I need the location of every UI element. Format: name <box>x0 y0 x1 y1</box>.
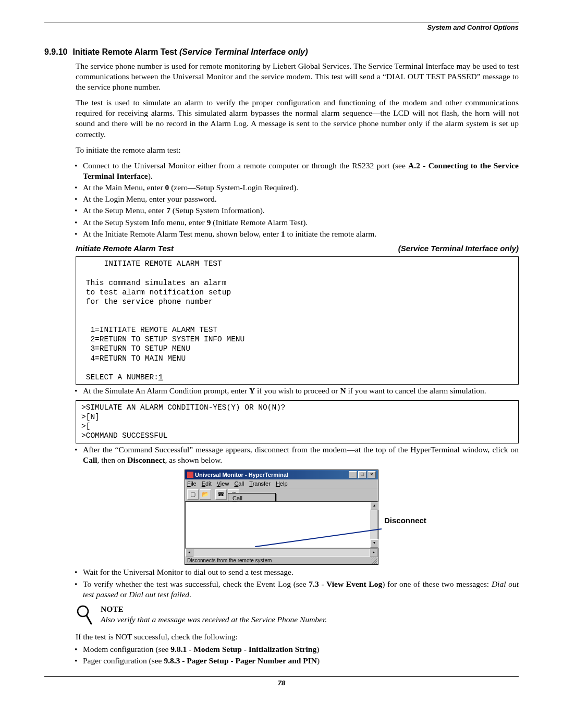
magnifying-glass-icon <box>76 604 93 630</box>
paragraph-2: The test is used to simulate an alarm to… <box>76 97 519 140</box>
vertical-scrollbar[interactable]: ▴ ▾ <box>370 502 377 548</box>
step-text: Pager configuration (see <box>83 656 164 665</box>
window-title: Universal Monitor - HyperTerminal <box>195 471 288 478</box>
step-text: At the Initiate Remote Alarm Test menu, … <box>83 229 281 238</box>
code-line: 4=RETURN TO MAIN MENU <box>81 354 186 363</box>
code-line: INITIATE REMOTE ALARM TEST <box>81 260 222 268</box>
code-prompt: SELECT A NUMBER: <box>81 373 158 381</box>
note-block: NOTE Also verify that a message was rece… <box>76 604 519 630</box>
step-bold: Disconnect <box>127 455 165 464</box>
code-line: 2=RETURN TO SETUP SYSTEM INFO MENU <box>81 335 244 343</box>
scroll-right-icon[interactable]: ▸ <box>370 549 378 557</box>
step-bold: 7 <box>166 206 170 215</box>
resize-grip-icon[interactable] <box>371 558 377 564</box>
fail-list: Modem configuration (see 9.8.1 - Modem S… <box>75 644 519 666</box>
menu-edit[interactable]: Edit <box>202 480 212 487</box>
steps-list-3: After the “Command Successful” message a… <box>75 445 519 465</box>
section-title-plain: Initiate Remote Alarm Test <box>72 47 177 56</box>
code-line: 3=RETURN TO SETUP MENU <box>81 344 190 353</box>
code-line: 1=INITIATE REMOTE ALARM TEST <box>81 326 217 334</box>
step-text: At the Setup System Info menu, enter <box>83 218 207 227</box>
code-line: >[ <box>81 422 90 430</box>
section-title-italic: (Service Terminal Interface only) <box>179 47 308 56</box>
step-text: (Setup System Information). <box>170 206 265 215</box>
maximize-button[interactable]: □ <box>358 471 366 478</box>
steps-list: Connect to the Universal Monitor either … <box>75 161 519 239</box>
step-text: (zero—Setup System-Login Required). <box>169 183 298 192</box>
section-number: 9.9.10 <box>44 47 67 58</box>
step-text: At the Main Menu, enter <box>83 183 165 192</box>
step-text: . <box>189 590 191 599</box>
code-input-value: 1 <box>158 373 163 381</box>
menu-transfer[interactable]: Transfer <box>249 480 271 487</box>
step-text: if you wish to proceed or <box>255 386 340 395</box>
code-line: >[N] <box>81 413 100 421</box>
toolbar-call-icon[interactable]: ☎ <box>215 489 227 500</box>
window-titlebar[interactable]: Universal Monitor - HyperTerminal _ □ × <box>185 470 378 479</box>
steps-list-2: At the Simulate An Alarm Condition promp… <box>75 386 519 396</box>
code-line: >COMMAND SUCCESSFUL <box>81 431 167 440</box>
step-item: At the Login Menu, enter your password. <box>75 194 519 204</box>
step-text: At the Login Menu, enter your password. <box>83 194 217 203</box>
code-line: >SIMULATE AN ALARM CONDITION-YES(Y) OR N… <box>81 403 286 412</box>
step-italic: Dial out test failed <box>129 590 189 599</box>
minimize-button[interactable]: _ <box>349 471 357 478</box>
step-bold: 7.3 - View Event Log <box>309 579 382 588</box>
fail-intro: If the test is NOT successful, check the… <box>76 632 519 642</box>
step-text: Connect to the Universal Monitor either … <box>83 161 408 170</box>
toolbar-new-icon[interactable]: ▢ <box>187 489 199 500</box>
menu-bar: File Edit View Call Transfer Help <box>185 479 378 488</box>
note-heading: NOTE <box>101 604 327 614</box>
step-text: ) for one of these two messages: <box>382 579 492 588</box>
step-bold: 1 <box>281 229 285 238</box>
menu-file[interactable]: File <box>187 480 197 487</box>
close-button[interactable]: × <box>368 471 376 478</box>
section-heading: 9.9.10 Initiate Remote Alarm Test (Servi… <box>44 47 519 58</box>
scroll-left-icon[interactable]: ◂ <box>185 549 193 557</box>
step-text: , then on <box>97 455 128 464</box>
fail-item: Modem configuration (see 9.8.1 - Modem S… <box>75 644 519 655</box>
code-subheading-left: Initiate Remote Alarm Test <box>76 243 174 254</box>
step-item: After the “Command Successful” message a… <box>75 445 519 465</box>
step-text: (Initiate Remote Alarm Test). <box>211 218 308 227</box>
svg-line-1 <box>87 615 91 624</box>
step-text: After the “Command Successful” message a… <box>83 445 519 454</box>
step-item: Wait for the Universal Monitor to dial o… <box>75 567 519 577</box>
note-text: Also verify that a message was received … <box>101 614 327 625</box>
terminal-output-2: >SIMULATE AN ALARM CONDITION-YES(Y) OR N… <box>76 400 519 443</box>
callout-label: Disconnect <box>384 515 426 526</box>
page-number: 78 <box>44 679 519 688</box>
code-line: to test alarm notification setup <box>81 288 231 297</box>
menu-help[interactable]: Help <box>276 480 288 487</box>
step-item: At the Initiate Remote Alarm Test menu, … <box>75 229 519 239</box>
terminal-output-1: INITIATE REMOTE ALARM TEST This command … <box>76 256 519 385</box>
step-bold: Y <box>249 386 255 395</box>
step-bold: Call <box>83 455 97 464</box>
step-item: At the Setup Menu, enter 7 (Setup System… <box>75 205 519 216</box>
running-head: System and Control Options <box>44 23 519 32</box>
toolbar-open-icon[interactable]: 📂 <box>200 489 211 500</box>
horizontal-scrollbar[interactable]: ◂ ▸ <box>185 548 378 556</box>
hyperterminal-screenshot: Universal Monitor - HyperTerminal _ □ × … <box>44 470 519 565</box>
fail-item: Pager configuration (see 9.8.3 - Pager S… <box>75 656 519 666</box>
menu-view[interactable]: View <box>217 480 229 487</box>
step-item: To verify whether the test was successfu… <box>75 579 519 600</box>
step-text: ) <box>317 656 320 665</box>
step-bold: 9.8.1 - Modem Setup - Initialization Str… <box>170 645 316 653</box>
step-text: ). <box>148 171 153 180</box>
section-title: Initiate Remote Alarm Test (Service Term… <box>72 47 308 58</box>
status-bar: Disconnects from the remote system <box>185 556 378 564</box>
paragraph-3: To initiate the remote alarm test: <box>76 145 519 155</box>
scroll-down-icon[interactable]: ▾ <box>370 539 378 548</box>
code-line: for the service phone number <box>81 298 213 306</box>
code-subheading-right: (Service Terminal Interface only) <box>398 243 519 254</box>
terminal-client-area[interactable]: ▴ ▾ <box>185 501 378 548</box>
menu-call[interactable]: Call <box>234 480 244 487</box>
scroll-up-icon[interactable]: ▴ <box>370 502 378 510</box>
step-item: At the Main Menu, enter 0 (zero—Setup Sy… <box>75 182 519 193</box>
hyperterminal-window: Universal Monitor - HyperTerminal _ □ × … <box>185 470 378 565</box>
step-text: or <box>118 590 129 599</box>
code-subheading: Initiate Remote Alarm Test (Service Term… <box>76 243 519 254</box>
step-item: Connect to the Universal Monitor either … <box>75 161 519 181</box>
step-text: , as shown below. <box>165 455 223 464</box>
